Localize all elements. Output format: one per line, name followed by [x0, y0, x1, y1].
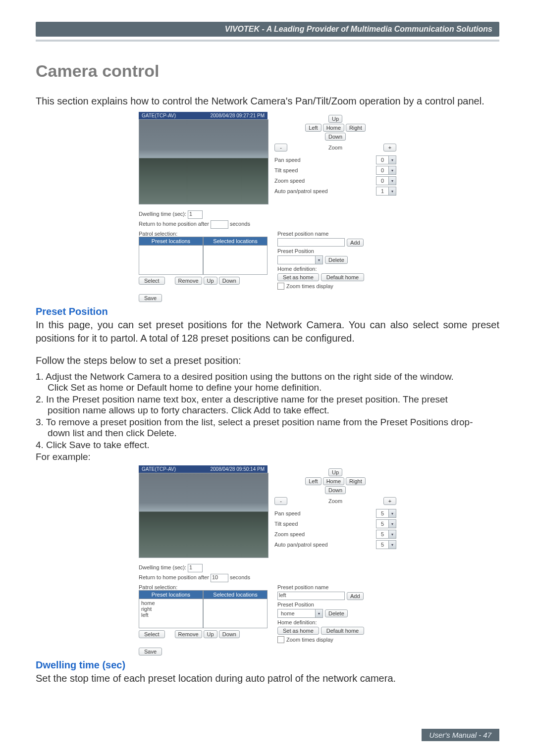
page-footer: User's Manual - 47: [422, 729, 499, 741]
default-home-button[interactable]: Default home: [321, 273, 364, 281]
step-4: 4. Click Save to take effect.: [36, 440, 499, 451]
dwelling-heading: Dwelling time (sec): [36, 659, 499, 671]
dwelling-input[interactable]: 1: [188, 564, 203, 572]
selected-locations-list[interactable]: [203, 246, 268, 275]
tilt-speed-label: Tilt speed: [274, 521, 298, 527]
step-1b: Click Set as home or Default home to def…: [36, 382, 499, 393]
auto-speed-select[interactable]: 1▾: [376, 187, 396, 196]
chevron-down-icon: ▾: [388, 509, 396, 517]
home-definition-label: Home definition:: [277, 619, 396, 625]
preset-position-heading: Preset Position: [36, 306, 499, 317]
stream-timestamp: 2008/04/28 09:50:14 PM: [210, 466, 265, 472]
tilt-speed-label: Tilt speed: [274, 167, 298, 173]
page-header: VIVOTEK - A Leading Provider of Multimed…: [36, 22, 499, 37]
return-home-input[interactable]: 10: [211, 574, 228, 582]
dwelling-label: Dwelling time (sec):: [139, 564, 186, 570]
preset-locations-header: Preset locations: [139, 237, 203, 246]
patrol-selection-label: Patrol selection:: [139, 584, 268, 590]
zoom-label: Zoom: [328, 145, 342, 151]
move-up-button[interactable]: Up: [204, 630, 217, 638]
pan-speed-label: Pan speed: [274, 510, 301, 516]
list-item[interactable]: right: [141, 606, 201, 612]
select-button[interactable]: Select: [139, 630, 165, 638]
list-item[interactable]: home: [141, 600, 201, 606]
remove-button[interactable]: Remove: [175, 277, 202, 285]
zoom-times-label: Zoom times display: [286, 637, 333, 643]
for-example-label: For example:: [36, 452, 499, 462]
selected-locations-list[interactable]: [203, 599, 268, 628]
ptz-dpad: Up Left Home Right Down: [274, 468, 396, 494]
tilt-speed-select[interactable]: 5▾: [376, 519, 396, 528]
preset-locations-list[interactable]: [139, 246, 203, 275]
patrol-selection-label: Patrol selection:: [139, 231, 268, 237]
add-button[interactable]: Add: [347, 592, 364, 600]
save-button[interactable]: Save: [139, 294, 162, 302]
left-button[interactable]: Left: [305, 477, 321, 485]
zoom-times-checkbox[interactable]: [277, 283, 284, 290]
preset-name-input[interactable]: left: [277, 592, 345, 600]
zoom-times-checkbox[interactable]: [277, 636, 284, 643]
move-down-button[interactable]: Down: [219, 277, 240, 285]
preset-position-select[interactable]: ▾: [277, 255, 323, 264]
default-home-button[interactable]: Default home: [321, 627, 364, 635]
return-home-label-b: seconds: [230, 574, 250, 580]
zoom-label: Zoom: [328, 498, 342, 504]
set-as-home-button[interactable]: Set as home: [277, 627, 319, 635]
steps-list: 1. Adjust the Network Camera to a desire…: [36, 371, 499, 451]
return-home-input[interactable]: [211, 220, 228, 229]
down-button[interactable]: Down: [325, 133, 346, 141]
return-home-label-b: seconds: [230, 221, 250, 227]
step-2: 2. In the Preset position name text box,…: [36, 394, 448, 404]
selected-locations-header: Selected locations: [203, 590, 268, 599]
dwelling-input[interactable]: 1: [188, 210, 203, 219]
zoom-out-button[interactable]: -: [274, 497, 287, 505]
list-item[interactable]: left: [141, 612, 201, 618]
zoom-speed-select[interactable]: 5▾: [376, 530, 396, 539]
down-button[interactable]: Down: [325, 486, 346, 494]
select-button[interactable]: Select: [139, 277, 165, 285]
delete-button[interactable]: Delete: [325, 256, 348, 264]
video-preview-block: GATE(TCP-AV) 2008/04/28 09:27:21 PM: [139, 112, 268, 204]
dwelling-label: Dwelling time (sec):: [139, 211, 186, 217]
preset-locations-list[interactable]: home right left: [139, 599, 203, 628]
steps-lead: Follow the steps below to set a preset p…: [36, 354, 499, 367]
zoom-times-label: Zoom times display: [286, 283, 333, 289]
save-button[interactable]: Save: [139, 648, 162, 655]
zoom-speed-select[interactable]: 0▾: [376, 176, 396, 185]
zoom-in-button[interactable]: +: [383, 144, 396, 151]
video-preview: [139, 473, 268, 558]
preset-locations-header: Preset locations: [139, 590, 203, 599]
move-down-button[interactable]: Down: [219, 630, 240, 638]
zoom-in-button[interactable]: +: [383, 497, 396, 505]
step-3: 3. To remove a preset position from the …: [36, 417, 473, 427]
delete-button[interactable]: Delete: [325, 609, 348, 617]
chevron-down-icon: ▾: [388, 541, 396, 549]
zoom-out-button[interactable]: -: [274, 144, 287, 151]
preset-position-name-label: Preset position name: [277, 584, 396, 590]
left-button[interactable]: Left: [305, 124, 321, 132]
header-rule: [36, 40, 499, 42]
auto-speed-select[interactable]: 5▾: [376, 540, 396, 549]
up-button[interactable]: Up: [328, 468, 342, 476]
chevron-down-icon: ▾: [388, 187, 396, 195]
remove-button[interactable]: Remove: [175, 630, 202, 638]
preset-position-select[interactable]: home▾: [277, 609, 323, 618]
pan-speed-select[interactable]: 0▾: [376, 155, 396, 164]
set-as-home-button[interactable]: Set as home: [277, 273, 319, 281]
move-up-button[interactable]: Up: [204, 277, 217, 285]
tilt-speed-select[interactable]: 0▾: [376, 166, 396, 175]
right-button[interactable]: Right: [346, 124, 366, 132]
preset-name-input[interactable]: [277, 238, 345, 247]
return-home-label-a: Return to home position after: [139, 574, 209, 580]
pan-speed-select[interactable]: 5▾: [376, 509, 396, 518]
chevron-down-icon: ▾: [388, 177, 396, 185]
return-home-label-a: Return to home position after: [139, 221, 209, 227]
auto-speed-label: Auto pan/patrol speed: [274, 542, 328, 548]
right-button[interactable]: Right: [346, 477, 366, 485]
camera-control-panel-1: GATE(TCP-AV) 2008/04/28 09:27:21 PM Up L…: [139, 112, 396, 302]
add-button[interactable]: Add: [347, 239, 364, 247]
home-button[interactable]: Home: [323, 124, 344, 132]
up-button[interactable]: Up: [328, 115, 342, 123]
ptz-dpad: Up Left Home Right Down: [274, 115, 396, 141]
home-button[interactable]: Home: [323, 477, 344, 485]
